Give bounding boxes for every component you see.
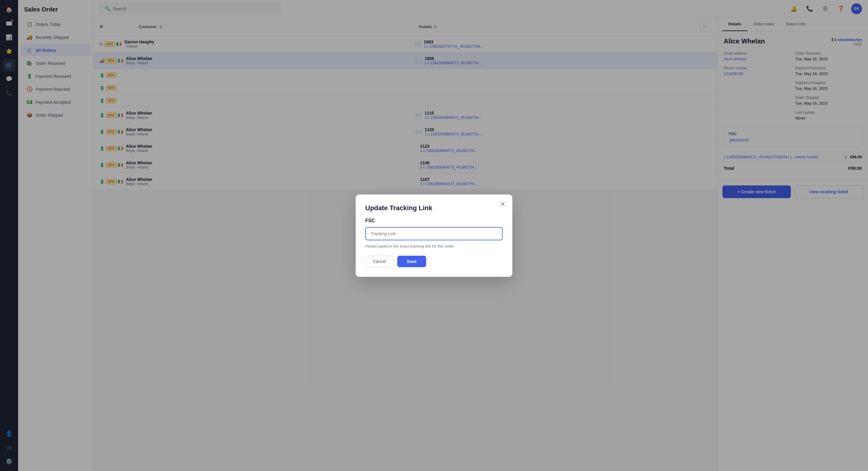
update-tracking-modal: ✕ Update Tracking Link FSC Please paste … <box>355 195 513 277</box>
modal-cancel-button[interactable]: Cancel <box>365 256 394 267</box>
modal-actions: Cancel Save <box>365 256 503 267</box>
modal-fsc-label: FSC <box>365 218 503 224</box>
tracking-link-input[interactable] <box>365 227 503 240</box>
modal-hint: Please paste in the exact tracking link … <box>365 244 503 248</box>
modal-save-button[interactable]: Save <box>397 256 427 267</box>
modal-close-button[interactable]: ✕ <box>498 199 507 209</box>
modal-overlay[interactable]: ✕ Update Tracking Link FSC Please paste … <box>0 0 868 471</box>
modal-title: Update Tracking Link <box>365 204 503 212</box>
